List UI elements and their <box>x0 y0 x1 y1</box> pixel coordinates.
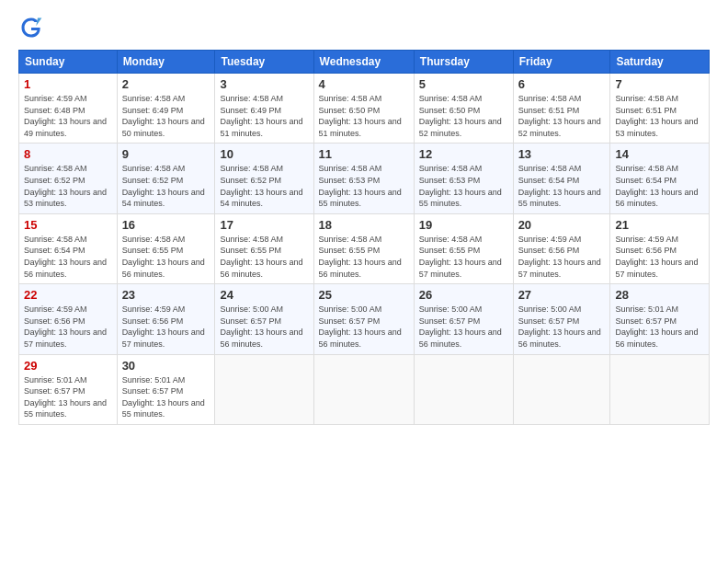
header <box>18 15 710 40</box>
logo-icon <box>18 15 44 40</box>
calendar-cell: 9Sunrise: 4:58 AMSunset: 6:52 PMDaylight… <box>117 144 215 213</box>
calendar-cell: 27Sunrise: 5:00 AMSunset: 6:57 PMDayligh… <box>513 284 610 354</box>
day-info: Sunrise: 5:00 AMSunset: 6:57 PMDaylight:… <box>518 304 606 350</box>
day-info: Sunrise: 4:59 AMSunset: 6:56 PMDaylight:… <box>122 304 210 350</box>
day-number: 2 <box>122 77 210 91</box>
day-info: Sunrise: 4:58 AMSunset: 6:51 PMDaylight:… <box>615 93 704 139</box>
calendar-cell: 18Sunrise: 4:58 AMSunset: 6:55 PMDayligh… <box>313 213 414 283</box>
day-info: Sunrise: 4:58 AMSunset: 6:53 PMDaylight:… <box>419 163 508 209</box>
day-number: 25 <box>319 288 409 302</box>
day-number: 12 <box>419 147 508 161</box>
day-info: Sunrise: 4:58 AMSunset: 6:54 PMDaylight:… <box>518 163 606 209</box>
calendar-cell: 17Sunrise: 4:58 AMSunset: 6:55 PMDayligh… <box>215 213 313 283</box>
day-number: 29 <box>24 359 112 373</box>
day-number: 18 <box>319 218 409 232</box>
week-row-4: 22Sunrise: 4:59 AMSunset: 6:56 PMDayligh… <box>19 284 710 354</box>
day-info: Sunrise: 5:00 AMSunset: 6:57 PMDaylight:… <box>220 304 308 350</box>
calendar-cell: 12Sunrise: 4:58 AMSunset: 6:53 PMDayligh… <box>414 144 513 213</box>
calendar-cell: 2Sunrise: 4:58 AMSunset: 6:49 PMDaylight… <box>117 74 215 144</box>
calendar-cell: 10Sunrise: 4:58 AMSunset: 6:52 PMDayligh… <box>215 144 313 213</box>
calendar-cell: 22Sunrise: 4:59 AMSunset: 6:56 PMDayligh… <box>19 284 118 354</box>
day-info: Sunrise: 5:01 AMSunset: 6:57 PMDaylight:… <box>122 374 210 420</box>
calendar-cell <box>610 354 710 424</box>
calendar-cell: 28Sunrise: 5:01 AMSunset: 6:57 PMDayligh… <box>610 284 710 354</box>
calendar-cell: 13Sunrise: 4:58 AMSunset: 6:54 PMDayligh… <box>513 144 610 213</box>
calendar-cell <box>313 354 414 424</box>
day-info: Sunrise: 4:58 AMSunset: 6:52 PMDaylight:… <box>24 163 112 209</box>
day-number: 27 <box>518 288 606 302</box>
day-number: 23 <box>122 288 210 302</box>
day-number: 14 <box>615 147 704 161</box>
calendar-cell: 24Sunrise: 5:00 AMSunset: 6:57 PMDayligh… <box>215 284 313 354</box>
calendar-cell: 23Sunrise: 4:59 AMSunset: 6:56 PMDayligh… <box>117 284 215 354</box>
calendar-table: SundayMondayTuesdayWednesdayThursdayFrid… <box>18 50 710 425</box>
calendar-cell: 20Sunrise: 4:59 AMSunset: 6:56 PMDayligh… <box>513 213 610 283</box>
weekday-header-friday: Friday <box>513 51 610 74</box>
day-number: 28 <box>615 288 704 302</box>
calendar-cell: 5Sunrise: 4:58 AMSunset: 6:50 PMDaylight… <box>414 74 513 144</box>
logo <box>18 15 48 40</box>
calendar-cell: 8Sunrise: 4:58 AMSunset: 6:52 PMDaylight… <box>19 144 118 213</box>
day-number: 11 <box>319 147 409 161</box>
calendar-cell <box>215 354 313 424</box>
calendar-cell: 30Sunrise: 5:01 AMSunset: 6:57 PMDayligh… <box>117 354 215 424</box>
day-info: Sunrise: 4:58 AMSunset: 6:54 PMDaylight:… <box>24 234 112 280</box>
day-info: Sunrise: 4:58 AMSunset: 6:55 PMDaylight:… <box>220 234 308 280</box>
day-info: Sunrise: 4:58 AMSunset: 6:50 PMDaylight:… <box>419 93 508 139</box>
day-info: Sunrise: 5:01 AMSunset: 6:57 PMDaylight:… <box>615 304 704 350</box>
day-info: Sunrise: 4:59 AMSunset: 6:56 PMDaylight:… <box>24 304 112 350</box>
day-info: Sunrise: 4:58 AMSunset: 6:49 PMDaylight:… <box>122 93 210 139</box>
calendar-cell: 4Sunrise: 4:58 AMSunset: 6:50 PMDaylight… <box>313 74 414 144</box>
week-row-5: 29Sunrise: 5:01 AMSunset: 6:57 PMDayligh… <box>19 354 710 424</box>
calendar-cell <box>513 354 610 424</box>
day-info: Sunrise: 5:00 AMSunset: 6:57 PMDaylight:… <box>319 304 409 350</box>
calendar-cell: 25Sunrise: 5:00 AMSunset: 6:57 PMDayligh… <box>313 284 414 354</box>
day-number: 4 <box>319 77 409 91</box>
day-info: Sunrise: 4:58 AMSunset: 6:51 PMDaylight:… <box>518 93 606 139</box>
day-info: Sunrise: 4:58 AMSunset: 6:54 PMDaylight:… <box>615 163 704 209</box>
day-number: 20 <box>518 218 606 232</box>
day-info: Sunrise: 4:58 AMSunset: 6:52 PMDaylight:… <box>220 163 308 209</box>
day-info: Sunrise: 4:59 AMSunset: 6:56 PMDaylight:… <box>615 234 704 280</box>
calendar-cell: 26Sunrise: 5:00 AMSunset: 6:57 PMDayligh… <box>414 284 513 354</box>
calendar-cell: 11Sunrise: 4:58 AMSunset: 6:53 PMDayligh… <box>313 144 414 213</box>
day-info: Sunrise: 4:58 AMSunset: 6:50 PMDaylight:… <box>319 93 409 139</box>
weekday-header-row: SundayMondayTuesdayWednesdayThursdayFrid… <box>19 51 710 74</box>
day-info: Sunrise: 4:58 AMSunset: 6:55 PMDaylight:… <box>122 234 210 280</box>
weekday-header-saturday: Saturday <box>610 51 710 74</box>
calendar-cell: 19Sunrise: 4:58 AMSunset: 6:55 PMDayligh… <box>414 213 513 283</box>
day-number: 30 <box>122 359 210 373</box>
day-number: 22 <box>24 288 112 302</box>
week-row-1: 1Sunrise: 4:59 AMSunset: 6:48 PMDaylight… <box>19 74 710 144</box>
day-number: 7 <box>615 77 704 91</box>
calendar-cell: 29Sunrise: 5:01 AMSunset: 6:57 PMDayligh… <box>19 354 118 424</box>
calendar-body: 1Sunrise: 4:59 AMSunset: 6:48 PMDaylight… <box>19 74 710 425</box>
weekday-header-wednesday: Wednesday <box>313 51 414 74</box>
calendar-cell: 6Sunrise: 4:58 AMSunset: 6:51 PMDaylight… <box>513 74 610 144</box>
weekday-header-thursday: Thursday <box>414 51 513 74</box>
day-number: 10 <box>220 147 308 161</box>
day-number: 16 <box>122 218 210 232</box>
day-info: Sunrise: 5:00 AMSunset: 6:57 PMDaylight:… <box>419 304 508 350</box>
calendar-cell: 1Sunrise: 4:59 AMSunset: 6:48 PMDaylight… <box>19 74 118 144</box>
day-info: Sunrise: 4:59 AMSunset: 6:56 PMDaylight:… <box>518 234 606 280</box>
calendar-cell <box>414 354 513 424</box>
day-info: Sunrise: 4:59 AMSunset: 6:48 PMDaylight:… <box>24 93 112 139</box>
day-number: 13 <box>518 147 606 161</box>
weekday-header-tuesday: Tuesday <box>215 51 313 74</box>
day-number: 26 <box>419 288 508 302</box>
day-info: Sunrise: 4:58 AMSunset: 6:55 PMDaylight:… <box>419 234 508 280</box>
calendar-cell: 16Sunrise: 4:58 AMSunset: 6:55 PMDayligh… <box>117 213 215 283</box>
day-number: 1 <box>24 77 112 91</box>
day-number: 19 <box>419 218 508 232</box>
calendar-cell: 7Sunrise: 4:58 AMSunset: 6:51 PMDaylight… <box>610 74 710 144</box>
calendar-cell: 15Sunrise: 4:58 AMSunset: 6:54 PMDayligh… <box>19 213 118 283</box>
weekday-header-sunday: Sunday <box>19 51 118 74</box>
day-number: 9 <box>122 147 210 161</box>
day-info: Sunrise: 4:58 AMSunset: 6:52 PMDaylight:… <box>122 163 210 209</box>
day-info: Sunrise: 4:58 AMSunset: 6:53 PMDaylight:… <box>319 163 409 209</box>
calendar-cell: 14Sunrise: 4:58 AMSunset: 6:54 PMDayligh… <box>610 144 710 213</box>
day-number: 3 <box>220 77 308 91</box>
day-number: 8 <box>24 147 112 161</box>
day-info: Sunrise: 4:58 AMSunset: 6:55 PMDaylight:… <box>319 234 409 280</box>
